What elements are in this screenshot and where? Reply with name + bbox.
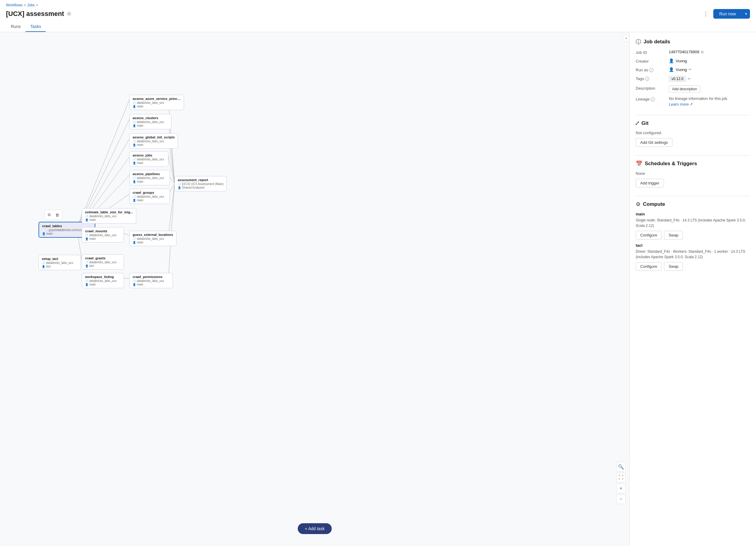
canvas-controls: 🔍 ⛶ + − [616, 462, 626, 504]
creator-value-group: 👤 Vuong [669, 58, 750, 63]
run-now-group: Run now ▾ [713, 9, 750, 19]
task-node-setup-tacl[interactable]: setup_tacl 📄 databricks_labs_ucx 👤 tacl [38, 255, 81, 270]
collapse-panel-toggle[interactable]: › [622, 35, 630, 42]
run-now-button[interactable]: Run now [713, 9, 742, 19]
search-canvas-button[interactable]: 🔍 [616, 462, 626, 472]
node-meta1-assess-clusters: 📄 databricks_labs_ucx [133, 120, 168, 124]
file-icon-3: 📄 [85, 215, 88, 218]
cluster-icon-7: 👤 [133, 105, 136, 108]
description-label: Description [636, 85, 669, 91]
run-now-dropdown-button[interactable]: ▾ [742, 9, 750, 19]
cluster-icon: 👤 [42, 232, 45, 235]
breadcrumb-jobs[interactable]: Jobs [27, 3, 35, 7]
cluster-icon-2: 👤 [42, 265, 45, 268]
git-section: ⑇ Git Not configured Add Git settings [636, 120, 750, 147]
tacl-configure-button[interactable]: Configure [636, 262, 662, 271]
task-node-crawl-mounts[interactable]: crawl_mounts 📄 databricks_labs_ucx 👤 mai… [82, 227, 124, 242]
run-as-value: Vuong [676, 67, 687, 72]
tags-info-icon[interactable]: i [645, 77, 649, 81]
delete-node-button[interactable]: 🗑 [54, 211, 61, 218]
add-trigger-button[interactable]: Add trigger [636, 179, 664, 187]
zoom-in-button[interactable]: + [616, 484, 626, 493]
node-title-setup-tacl: setup_tacl [42, 257, 77, 260]
expand-canvas-button[interactable]: ⛶ [616, 473, 626, 482]
main-configure-button[interactable]: Configure [636, 231, 662, 239]
lineage-block: No lineage information for this job. Lea… [669, 96, 728, 106]
node-meta2-assess-jobs: 👤 main [133, 161, 165, 164]
task-node-assess-azure[interactable]: assess_azure_service_princi... 📄 databri… [129, 95, 184, 110]
edit-tags-icon[interactable]: ✏ [688, 77, 691, 81]
title-actions: ⋮ Run now ▾ [701, 9, 750, 19]
git-icon: ⑇ [636, 120, 639, 126]
node-meta1-guess-external: 📄 databricks_labs_ucx [133, 237, 173, 240]
node-meta2-assess-pipelines: 👤 main [133, 180, 167, 183]
tabs: Runs Tasks [6, 22, 750, 32]
job-details-title: Job details [644, 39, 670, 45]
copy-node-button[interactable]: ⧉ [46, 211, 52, 218]
file-icon-5: 📄 [85, 261, 88, 264]
star-icon[interactable]: ☆ [66, 11, 71, 17]
node-meta1-crawl-grants: 📄 databricks_labs_ucx [85, 260, 121, 264]
run-as-value-group: 👤 Vuong ✏ [669, 67, 750, 72]
node-meta1-crawl-permissions: 📄 databricks_labs_ucx [133, 279, 170, 283]
node-meta1-estimate: 📄 databricks_labs_ucx [85, 214, 133, 218]
task-node-workspace-listing[interactable]: workspace_listing 📄 databricks_labs_ucx … [82, 273, 124, 288]
task-node-crawl-grants[interactable]: crawl_grants 📄 databricks_labs_ucx 👤 tac… [82, 254, 124, 269]
task-node-estimate-table-size[interactable]: estimate_table_size_for_mig... 📄 databri… [82, 208, 136, 223]
node-title-assess-clusters: assess_clusters [133, 116, 168, 120]
schedules-section: 📅 Schedules & Triggers None Add trigger [636, 160, 750, 187]
zoom-out-button[interactable]: − [616, 494, 626, 504]
schedules-header: 📅 Schedules & Triggers [636, 160, 750, 167]
node-meta1-assess-global-init: 📄 databricks_labs_ucx [133, 140, 175, 143]
canvas-scroll: ⧉ 🗑 crawl_tables 📄 ...guyendatabricks.co… [0, 32, 629, 546]
task-node-crawl-permissions[interactable]: crawl_permissions 📄 databricks_labs_ucx … [129, 273, 173, 288]
run-as-row: Run as i 👤 Vuong ✏ [636, 67, 750, 72]
task-node-assess-clusters[interactable]: assess_clusters 📄 databricks_labs_ucx 👤 … [129, 114, 171, 129]
main-layout: ⧉ 🗑 crawl_tables 📄 ...guyendatabricks.co… [0, 32, 756, 546]
node-title-crawl-groups: crawl_groups [133, 191, 167, 194]
schedules-none-text: None [636, 171, 750, 176]
task-node-assess-global-init[interactable]: assess_global_init_scripts 📄 databricks_… [129, 133, 178, 149]
description-row: Description Add description [636, 85, 750, 93]
task-node-assess-pipelines[interactable]: assess_pipelines 📄 databricks_labs_ucx 👤… [129, 170, 170, 185]
file-icon-4: 📄 [85, 234, 88, 237]
lineage-info-icon[interactable]: i [651, 97, 655, 101]
node-title-crawl-grants: crawl_grants [85, 256, 121, 260]
user-icon-creator: 👤 [669, 58, 674, 63]
copy-job-id-icon[interactable]: ⧉ [701, 50, 704, 54]
file-icon-14: 📄 [133, 280, 136, 283]
tab-runs[interactable]: Runs [6, 22, 26, 32]
add-description-button[interactable]: Add description [669, 85, 700, 93]
run-as-info-icon[interactable]: i [649, 68, 653, 72]
task-node-assess-jobs[interactable]: assess_jobs 📄 databricks_labs_ucx 👤 main [129, 151, 168, 167]
file-icon-9: 📄 [133, 140, 136, 143]
lineage-row: Lineage i No lineage information for thi… [636, 96, 750, 106]
divider-3 [636, 196, 750, 196]
node-title-assess-pipelines: assess_pipelines [133, 172, 167, 176]
node-meta1-assess-pipelines: 📄 databricks_labs_ucx [133, 176, 167, 180]
run-as-label: Run as i [636, 67, 669, 72]
breadcrumb-workflows[interactable]: Workflows [6, 3, 23, 7]
task-node-guess-external[interactable]: guess_external_locations 📄 databricks_la… [129, 231, 177, 246]
node-actions: ⧉ 🗑 [45, 210, 63, 220]
task-node-assessment-report[interactable]: assessment_report 📄 [UCX] UCX Assessment… [174, 176, 227, 191]
lineage-label: Lineage i [636, 96, 669, 101]
main-swap-button[interactable]: Swap [664, 231, 683, 239]
creator-row: Creator 👤 Vuong [636, 58, 750, 63]
tab-tasks[interactable]: Tasks [26, 22, 46, 32]
main-cluster-desc: Single node: Standard_F4s · 14.3 LTS (in… [636, 217, 750, 228]
task-node-crawl-groups[interactable]: crawl_groups 📄 databricks_labs_ucx 👤 mai… [129, 189, 170, 204]
node-meta2-crawl-groups: 👤 main [133, 198, 167, 202]
description-value-group: Add description [669, 85, 750, 93]
add-git-settings-button[interactable]: Add Git settings [636, 138, 672, 147]
edit-run-as-icon[interactable]: ✏ [689, 67, 692, 72]
cluster-icon-10: 👤 [133, 161, 136, 164]
add-task-button[interactable]: + Add task [298, 523, 332, 534]
more-options-button[interactable]: ⋮ [701, 9, 711, 18]
node-title-estimate: estimate_table_size_for_mig... [85, 210, 133, 214]
tacl-swap-button[interactable]: Swap [664, 262, 683, 271]
canvas-area[interactable]: ⧉ 🗑 crawl_tables 📄 ...guyendatabricks.co… [0, 32, 630, 546]
file-icon-15: 📄 [178, 183, 181, 186]
learn-more-link[interactable]: Learn more ↗ [669, 102, 728, 106]
cluster-icon-14: 👤 [133, 283, 136, 286]
